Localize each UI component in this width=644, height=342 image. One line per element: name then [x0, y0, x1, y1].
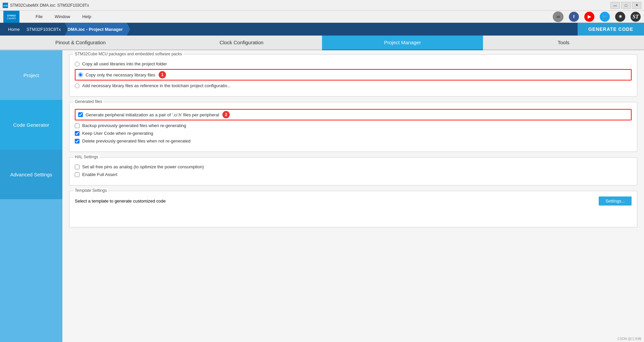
radio-copy-necessary-label: Copy only the necessary library files: [86, 72, 155, 77]
minimize-button[interactable]: —: [610, 2, 620, 9]
twitter-icon[interactable]: 🐦: [600, 12, 610, 22]
template-label: Select a template to generate customized…: [75, 198, 166, 204]
template-row: Select a template to generate customized…: [69, 191, 637, 211]
checkbox-peripheral-pair-label: Generate peripheral initialization as a …: [86, 112, 219, 117]
copyright: CSDN @江河网: [618, 337, 641, 341]
radio-copy-necessary: Copy only the necessary library files 1: [75, 69, 632, 80]
maximize-button[interactable]: □: [621, 2, 631, 9]
checkbox-full-assert: Enable Full Assert: [75, 172, 632, 177]
breadcrumb-current[interactable]: DMA.ioc - Project Manager: [65, 23, 127, 36]
window-controls: — □ ✕: [610, 2, 641, 9]
checkbox-delete-previous: Delete previously generated files when n…: [75, 138, 632, 144]
tab-clock[interactable]: Clock Configuration: [161, 36, 322, 50]
icon-10years[interactable]: 10: [553, 11, 564, 22]
radio-add-reference: Add necessary library files as reference…: [75, 83, 632, 88]
badge-1: 1: [159, 71, 166, 78]
mcu-section-content: Copy all used libraries into the project…: [69, 55, 637, 96]
tab-tools[interactable]: Tools: [483, 36, 644, 50]
checkbox-keep-user-code-label: Keep User Code when re-generating: [82, 131, 153, 136]
template-settings-section: Template Settings Select a template to g…: [69, 191, 637, 227]
radio-copy-necessary-input[interactable]: [78, 72, 83, 77]
generated-files-content: Generate peripheral initialization as a …: [69, 102, 637, 152]
network-icon[interactable]: ✳: [615, 12, 625, 22]
main-tabs: Pinout & Configuration Clock Configurati…: [0, 36, 644, 50]
sidebar-item-project[interactable]: Project: [0, 50, 62, 100]
sidebar: Project Code Generator Advanced Settings: [0, 50, 62, 342]
menu-file[interactable]: File: [33, 13, 45, 20]
hal-section-content: Set all free pins as analog (to optimize…: [69, 158, 637, 185]
radio-add-reference-input[interactable]: [75, 83, 79, 88]
template-settings-button[interactable]: Settings...: [599, 196, 632, 206]
checkbox-free-pins-input[interactable]: [75, 165, 79, 169]
tab-project-manager[interactable]: Project Manager: [322, 36, 483, 50]
mcu-section-title: STM32Cube MCU packages and embedded soft…: [73, 52, 183, 56]
radio-copy-all-label: Copy all used libraries into the project…: [82, 61, 167, 66]
checkbox-peripheral-pair-input[interactable]: [78, 112, 83, 117]
checkbox-full-assert-label: Enable Full Assert: [82, 172, 117, 177]
menu-window[interactable]: Window: [52, 13, 73, 20]
radio-copy-all: Copy all used libraries into the project…: [75, 61, 632, 66]
app-icon: STM: [3, 3, 8, 8]
checkbox-keep-user-code-input[interactable]: [75, 131, 79, 136]
sidebar-item-advanced-settings[interactable]: Advanced Settings: [0, 150, 62, 199]
logo-cube: CubeMX: [7, 17, 16, 19]
checkbox-peripheral-pair: Generate peripheral initialization as a …: [75, 109, 632, 120]
checkbox-delete-previous-input[interactable]: [75, 139, 79, 144]
window-title: STM32CubeMX DMA.ioc: STM32F103C8Tx: [10, 3, 610, 8]
generated-files-section: Generated files Generate peripheral init…: [69, 102, 637, 152]
menubar-right: 10 f ▶ 🐦 ✳ ST: [553, 11, 641, 22]
logo-stm: STM32: [7, 14, 16, 17]
menubar: STM32 CubeMX File Window Help 10 f ▶ 🐦 ✳…: [0, 11, 644, 23]
facebook-icon[interactable]: f: [569, 12, 579, 22]
logo-box: STM32 CubeMX: [3, 11, 19, 23]
svg-text:STM: STM: [3, 5, 8, 7]
checkbox-free-pins: Set all free pins as analog (to optimize…: [75, 164, 632, 169]
generated-files-title: Generated files: [73, 99, 103, 104]
hal-section-title: HAL Settings: [73, 155, 100, 159]
checkbox-backup-input[interactable]: [75, 123, 79, 128]
st-icon[interactable]: ST: [631, 12, 641, 22]
template-section-title: Template Settings: [73, 188, 108, 193]
checkbox-full-assert-input[interactable]: [75, 172, 79, 177]
content-area: Project Code Generator Advanced Settings…: [0, 50, 644, 342]
checkbox-delete-previous-label: Delete previously generated files when n…: [82, 138, 191, 144]
breadcrumb-bar: Home STM32F103C8Tx DMA.ioc - Project Man…: [0, 23, 644, 36]
badge-2: 2: [222, 111, 230, 118]
close-button[interactable]: ✕: [632, 2, 641, 9]
breadcrumb-device[interactable]: STM32F103C8Tx: [24, 23, 65, 36]
hal-settings-section: HAL Settings Set all free pins as analog…: [69, 157, 637, 185]
menu-help[interactable]: Help: [79, 13, 94, 20]
app-logo: STM32 CubeMX: [3, 11, 19, 23]
radio-add-reference-label: Add necessary library files as reference…: [82, 83, 231, 88]
checkbox-free-pins-label: Set all free pins as analog (to optimize…: [82, 164, 204, 169]
sidebar-item-code-generator[interactable]: Code Generator: [0, 100, 62, 150]
checkbox-backup-label: Backup previously generated files when r…: [82, 123, 186, 128]
breadcrumb-home[interactable]: Home: [5, 23, 24, 36]
youtube-icon[interactable]: ▶: [584, 12, 594, 22]
checkbox-backup: Backup previously generated files when r…: [75, 123, 632, 128]
checkbox-keep-user-code: Keep User Code when re-generating: [75, 131, 632, 136]
mcu-packages-section: STM32Cube MCU packages and embedded soft…: [69, 54, 637, 97]
main-content: STM32Cube MCU packages and embedded soft…: [62, 50, 644, 342]
radio-copy-all-input[interactable]: [75, 62, 79, 66]
tab-pinout[interactable]: Pinout & Configuration: [0, 36, 161, 50]
titlebar: STM STM32CubeMX DMA.ioc: STM32F103C8Tx —…: [0, 0, 644, 11]
generate-code-button[interactable]: GENERATE CODE: [578, 23, 644, 36]
